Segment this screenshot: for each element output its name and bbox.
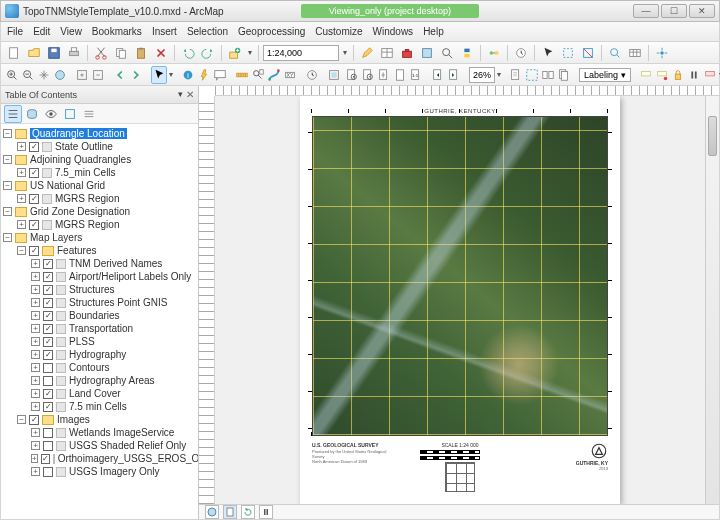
- toolbox-icon[interactable]: [398, 44, 416, 62]
- find-route-icon[interactable]: [267, 66, 281, 84]
- layer-checkbox[interactable]: [29, 142, 39, 152]
- toc-sublayer[interactable]: +Boundaries: [3, 309, 196, 322]
- label-view-unplaced-icon[interactable]: [703, 66, 717, 84]
- layer-checkbox[interactable]: [43, 389, 53, 399]
- toc-sublayer[interactable]: +7.5 min Cells: [3, 400, 196, 413]
- select-arrow-icon[interactable]: [539, 44, 557, 62]
- forward-extent-icon[interactable]: [129, 66, 143, 84]
- python-icon[interactable]: [458, 44, 476, 62]
- menu-customize[interactable]: Customize: [315, 26, 362, 37]
- toggle-draft-icon[interactable]: [509, 66, 523, 84]
- change-layout-icon[interactable]: [541, 66, 555, 84]
- map-scale-input[interactable]: 1:24,000: [263, 45, 339, 61]
- toc-group[interactable]: −Map Layers: [3, 231, 196, 244]
- full-extent-icon[interactable]: [53, 66, 67, 84]
- layer-label[interactable]: Hydrography: [69, 349, 126, 360]
- select-dropdown[interactable]: ▾: [169, 67, 173, 83]
- html-popup-icon[interactable]: [213, 66, 227, 84]
- close-button[interactable]: ✕: [689, 4, 715, 18]
- layer-checkbox[interactable]: [43, 363, 53, 373]
- layer-label[interactable]: TNM Derived Names: [69, 258, 162, 269]
- toc-layer[interactable]: +MGRS Region: [3, 218, 196, 231]
- scale-dropdown[interactable]: ▾: [341, 45, 349, 61]
- layer-checkbox[interactable]: [43, 441, 53, 451]
- list-by-source-icon[interactable]: [23, 105, 41, 123]
- zoom-100-icon[interactable]: 1:1: [409, 66, 423, 84]
- attribute-table-icon[interactable]: [626, 44, 644, 62]
- layer-checkbox[interactable]: [29, 168, 39, 178]
- layer-checkbox[interactable]: [43, 298, 53, 308]
- layer-checkbox[interactable]: [43, 272, 53, 282]
- zoom-selection-icon[interactable]: [606, 44, 624, 62]
- go-to-xy-icon[interactable]: XY: [283, 66, 297, 84]
- toc-group[interactable]: −Quadrangle Location: [3, 127, 196, 140]
- menu-edit[interactable]: Edit: [33, 26, 50, 37]
- toc-sublayer[interactable]: +Transportation: [3, 322, 196, 335]
- labeling-dropdown[interactable]: Labeling▾: [579, 68, 631, 82]
- layout-forward-icon[interactable]: [447, 66, 461, 84]
- pause-drawing-button[interactable]: [259, 505, 273, 519]
- find-icon[interactable]: [251, 66, 265, 84]
- layer-label[interactable]: Boundaries: [69, 310, 120, 321]
- menu-bookmarks[interactable]: Bookmarks: [92, 26, 142, 37]
- layout-canvas[interactable]: GUTHRIE, KENTUCKY U.S. GEOLOGICAL SURVEY…: [215, 96, 705, 504]
- select-rect-icon[interactable]: [559, 44, 577, 62]
- copy-icon[interactable]: [112, 44, 130, 62]
- toc-layer[interactable]: +7.5_min Cells: [3, 166, 196, 179]
- layer-checkbox[interactable]: [43, 311, 53, 321]
- layout-pan-icon[interactable]: [377, 66, 391, 84]
- layer-label[interactable]: 7.5 min Cells: [69, 401, 127, 412]
- measure-icon[interactable]: [235, 66, 249, 84]
- print-icon[interactable]: [65, 44, 83, 62]
- toc-group[interactable]: −Grid Zone Designation: [3, 205, 196, 218]
- time-slider-icon[interactable]: [512, 44, 530, 62]
- pan-icon[interactable]: [37, 66, 51, 84]
- minimize-button[interactable]: —: [633, 4, 659, 18]
- toc-sublayer[interactable]: +Orthoimagery_USGS_EROS_Ortho_SCALE: [3, 452, 196, 465]
- save-icon[interactable]: [45, 44, 63, 62]
- toc-layer[interactable]: +State Outline: [3, 140, 196, 153]
- layer-label[interactable]: Orthoimagery_USGS_EROS_Ortho_SCALE: [58, 453, 198, 464]
- create-viewer-icon[interactable]: [327, 66, 341, 84]
- toc-sublayer[interactable]: +Airport/Heliport Labels Only: [3, 270, 196, 283]
- toc-sublayer[interactable]: +USGS Imagery Only: [3, 465, 196, 478]
- back-extent-icon[interactable]: [113, 66, 127, 84]
- page[interactable]: GUTHRIE, KENTUCKY U.S. GEOLOGICAL SURVEY…: [300, 96, 620, 504]
- menu-geoprocessing[interactable]: Geoprocessing: [238, 26, 305, 37]
- menu-selection[interactable]: Selection: [187, 26, 228, 37]
- toc-sublayer[interactable]: +Wetlands ImageService: [3, 426, 196, 439]
- layer-label[interactable]: Wetlands ImageService: [69, 427, 174, 438]
- toc-sublayer[interactable]: +Hydrography Areas: [3, 374, 196, 387]
- layer-label[interactable]: Features: [57, 245, 96, 256]
- toc-group[interactable]: −Adjoining Quadrangles: [3, 153, 196, 166]
- layer-checkbox[interactable]: [43, 402, 53, 412]
- layer-label[interactable]: MGRS Region: [55, 193, 119, 204]
- menu-insert[interactable]: Insert: [152, 26, 177, 37]
- toc-tree[interactable]: −Quadrangle Location+State Outline−Adjoi…: [1, 124, 198, 519]
- toc-pin-icon[interactable]: ▾: [178, 89, 183, 100]
- layout-view-button[interactable]: [223, 505, 237, 519]
- list-by-drawing-order-icon[interactable]: [4, 105, 22, 123]
- menu-file[interactable]: File: [7, 26, 23, 37]
- layer-checkbox[interactable]: [29, 415, 39, 425]
- layout-zoom-in-icon[interactable]: [345, 66, 359, 84]
- toc-layer[interactable]: +MGRS Region: [3, 192, 196, 205]
- data-driven-pages-icon[interactable]: [557, 66, 571, 84]
- toc-sublayer[interactable]: +Hydrography: [3, 348, 196, 361]
- layer-label[interactable]: Transportation: [69, 323, 133, 334]
- layer-label[interactable]: USGS Shaded Relief Only: [69, 440, 186, 451]
- toc-group-label[interactable]: Grid Zone Designation: [30, 206, 130, 217]
- layer-label[interactable]: Hydrography Areas: [69, 375, 155, 386]
- layer-checkbox[interactable]: [43, 350, 53, 360]
- toc-layer[interactable]: −Images: [3, 413, 196, 426]
- label-pause-icon[interactable]: [687, 66, 701, 84]
- search-icon[interactable]: [438, 44, 456, 62]
- layer-label[interactable]: Structures: [69, 284, 115, 295]
- new-icon[interactable]: [5, 44, 23, 62]
- layer-checkbox[interactable]: [29, 194, 39, 204]
- add-data-dropdown[interactable]: ▾: [246, 45, 254, 61]
- snapping-icon[interactable]: [653, 44, 671, 62]
- toc-group-label[interactable]: Quadrangle Location: [30, 128, 127, 139]
- focus-data-frame-icon[interactable]: [525, 66, 539, 84]
- menu-windows[interactable]: Windows: [373, 26, 414, 37]
